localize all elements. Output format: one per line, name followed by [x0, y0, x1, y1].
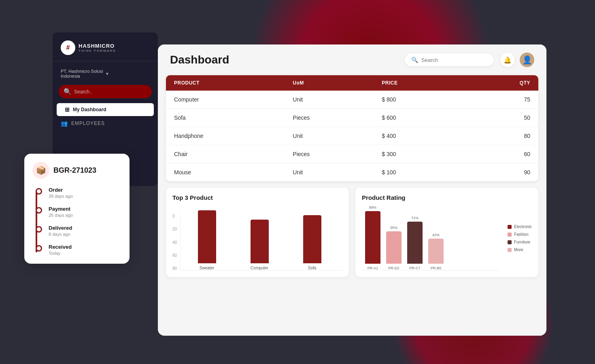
legend-dot-fashion [508, 233, 512, 237]
col-uom: UoM [293, 80, 382, 86]
cell-price: $ 600 [382, 114, 471, 121]
y-axis: 80 60 40 20 0 [172, 214, 180, 271]
notification-button[interactable]: 🔔 [500, 53, 515, 67]
cell-uom: Pieces [293, 151, 382, 157]
step-title-received: Received [49, 244, 121, 250]
y-label: 60 [172, 253, 177, 258]
timeline-line [36, 190, 37, 252]
step-time-received: Today [49, 251, 121, 256]
rating-bars-area: 89% PR-A1 55% PR-D2 71% PR-C7 [362, 206, 499, 271]
dashboard-header: Dashboard 🔍 🔔 👤 [158, 44, 546, 75]
rating-bar-b5 [428, 239, 444, 264]
logo-tagline: THINK FORWARD [79, 49, 116, 53]
timeline-dot-delivered [36, 226, 42, 233]
cell-price: $ 300 [382, 151, 471, 157]
company-selector[interactable]: PT. Hashmicro Solusi Indonesia ▼ [53, 66, 158, 81]
table-row: Computer Unit $ 800 75 [166, 91, 538, 109]
bar-label-sofa: Sofa [308, 266, 317, 270]
logo-brand: HASHMICRO [79, 43, 116, 49]
cell-uom: Unit [293, 96, 382, 103]
top3-bar-chart: 80 60 40 20 0 Sweater Computer [172, 206, 342, 271]
timeline-dot-received [36, 245, 42, 252]
cell-product: Handphone [174, 133, 293, 139]
col-qty: QTY [471, 80, 530, 86]
legend-item-fashion: Fashion [508, 232, 532, 237]
bars-container: Sweater Computer Sofa [180, 214, 342, 271]
rating-label-d2: PR-D2 [388, 266, 399, 270]
table-row: Sofa Pieces $ 600 50 [166, 109, 538, 127]
y-label: 40 [172, 240, 177, 245]
bar-label-computer: Computer [251, 266, 268, 270]
step-title-delivered: Delivered [49, 225, 121, 231]
rating-bar-group-c7: 71% PR-C7 [407, 216, 423, 270]
bar-sweater [198, 210, 216, 263]
rating-chart-card: Product Rating 89% PR-A1 55% PR-D2 [355, 188, 538, 277]
cell-product: Computer [174, 96, 293, 103]
order-card-header: 📦 BGR-271023 [32, 162, 121, 179]
legend-label-furniture: Furniture [514, 240, 530, 244]
timeline-step-order: Order 39 days ago [40, 187, 121, 199]
search-input[interactable] [421, 57, 487, 63]
legend-label-fashion: Fashion [514, 232, 529, 237]
y-label: 80 [172, 266, 177, 271]
sidebar-search-box[interactable]: 🔍 [59, 85, 152, 98]
order-icon-glyph: 📦 [36, 165, 46, 175]
order-id: BGR-271023 [53, 166, 96, 175]
cell-price: $ 100 [382, 169, 471, 176]
cell-qty: 80 [471, 133, 530, 139]
sidebar-search-input[interactable] [74, 89, 147, 95]
rating-label-b5: PR-B5 [431, 266, 442, 270]
company-arrow-icon: ▼ [105, 72, 150, 76]
legend-label-more: More [514, 248, 523, 252]
rating-label-a1: PR-A1 [368, 266, 378, 270]
rating-bar-group-a1: 89% PR-A1 [365, 205, 380, 270]
product-table: PRODUCT UoM PRICE QTY Computer Unit $ 80… [166, 75, 538, 181]
col-price: PRICE [382, 80, 471, 86]
sidebar-item-employees[interactable]: 👥 EMPLOYEES [53, 117, 158, 130]
timeline-dot-payment [36, 207, 42, 214]
bar-group-sweater: Sweater [185, 210, 229, 270]
main-panel: Dashboard 🔍 🔔 👤 PRODUCT UoM PRICE QTY Co… [158, 44, 546, 336]
step-title-payment: Payment [49, 206, 121, 212]
cell-product: Mouse [174, 169, 293, 176]
legend-dot-electronic [508, 225, 512, 229]
rating-legend: Electronic Fashion Furniture More [504, 206, 532, 271]
rating-bar-d2 [386, 231, 402, 264]
table-body: Computer Unit $ 800 75 Sofa Pieces $ 600… [166, 91, 538, 181]
employees-icon: 👥 [61, 120, 68, 127]
step-time-order: 39 days ago [49, 194, 121, 199]
rating-label-c7: PR-C7 [409, 266, 420, 270]
legend-item-furniture: Furniture [508, 240, 532, 244]
table-row: Mouse Unit $ 100 90 [166, 163, 538, 181]
company-name: PT. Hashmicro Solusi Indonesia [61, 69, 105, 78]
bar-group-computer: Computer [237, 220, 282, 270]
cell-uom: Unit [293, 169, 382, 176]
col-product: PRODUCT [174, 80, 293, 86]
step-title-order: Order [49, 187, 121, 193]
legend-item-electronic: Electronic [508, 224, 532, 229]
cell-uom: Unit [293, 133, 382, 139]
sidebar-item-dashboard[interactable]: ⊞ My Dashboard [57, 103, 154, 116]
cell-price: $ 800 [382, 96, 471, 103]
timeline-step-delivered: Delivered 8 days ago [40, 225, 121, 237]
order-card: 📦 BGR-271023 Order 39 days ago Payment 2… [24, 154, 130, 264]
rating-pct-a1: 89% [369, 205, 376, 210]
order-package-icon: 📦 [32, 162, 49, 179]
bar-computer [251, 220, 269, 263]
sidebar-search-icon: 🔍 [64, 88, 72, 95]
top3-chart-card: Top 3 Product 80 60 40 20 0 Sweater [166, 188, 349, 277]
table-header: PRODUCT UoM PRICE QTY [166, 75, 538, 91]
step-time-payment: 26 days ago [49, 213, 121, 218]
logo-icon: # [61, 40, 75, 55]
avatar[interactable]: 👤 [520, 53, 534, 67]
header-search-box[interactable]: 🔍 [405, 53, 494, 66]
rating-bar-a1 [365, 211, 380, 264]
rating-pct-d2: 55% [390, 226, 397, 230]
dashboard-icon: ⊞ [65, 106, 70, 113]
rating-bar-c7 [407, 222, 423, 264]
table-row: Chair Pieces $ 300 60 [166, 145, 538, 163]
rating-bar-group-b5: 42% PR-B5 [428, 233, 444, 270]
cell-qty: 90 [471, 169, 530, 176]
legend-dot-more [508, 248, 512, 252]
cell-product: Chair [174, 151, 293, 157]
